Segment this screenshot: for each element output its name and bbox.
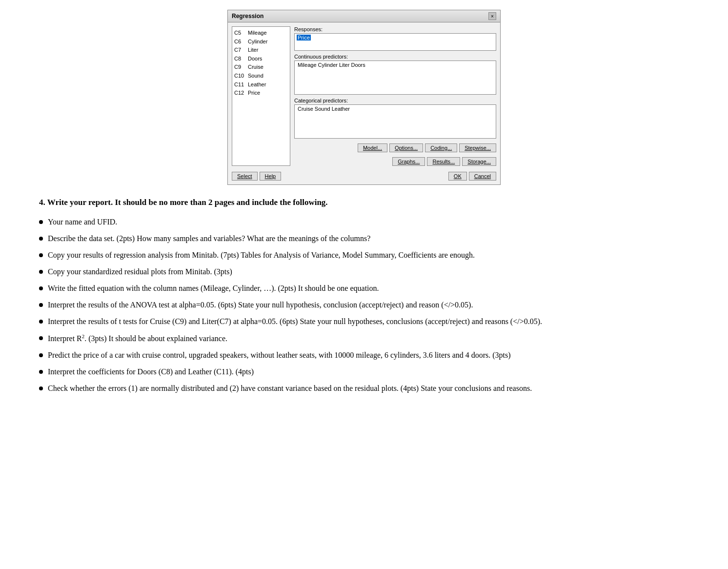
regression-dialog: Regression × C5 Mileage C6 Cylinder C7 L… — [29, 10, 699, 185]
item-text: Interpret the results of t tests for Cru… — [48, 316, 542, 327]
list-item: Interpret R2. (3pts) It should be about … — [39, 332, 689, 345]
bullet-icon — [39, 370, 43, 374]
bullet-icon — [39, 237, 43, 241]
item-text: Copy your standardized residual plots fr… — [48, 266, 232, 278]
continuous-label: Continuous predictors: — [294, 54, 496, 60]
list-item: Interpret the results of the ANOVA test … — [39, 299, 689, 311]
bullet-icon — [39, 286, 43, 290]
list-item: C5 Mileage — [234, 29, 288, 38]
bullet-icon — [39, 253, 43, 257]
list-item: C7 Liter — [234, 46, 288, 55]
cancel-button[interactable]: Cancel — [469, 172, 496, 181]
item-text: Interpret the results of the ANOVA test … — [48, 299, 473, 311]
dialog-footer: Select Help OK Cancel — [228, 170, 500, 184]
requirements-list: Your name and UFID. Describe the data se… — [39, 216, 689, 394]
item-text: Your name and UFID. — [48, 216, 117, 228]
list-item: C6 Cylinder — [234, 38, 288, 46]
dialog-body: C5 Mileage C6 Cylinder C7 Liter C8 Doors… — [228, 22, 500, 170]
item-text: Check whether the errors (1) are normall… — [48, 383, 532, 394]
item-text: Predict the price of a car with cruise c… — [48, 349, 511, 361]
list-item: Predict the price of a car with cruise c… — [39, 349, 689, 361]
list-item: Interpret the results of t tests for Cru… — [39, 316, 689, 327]
results-button[interactable]: Results... — [427, 157, 460, 166]
bullet-icon — [39, 320, 43, 324]
dialog-window: Regression × C5 Mileage C6 Cylinder C7 L… — [227, 10, 501, 185]
graphs-button[interactable]: Graphs... — [392, 157, 425, 166]
ok-button[interactable]: OK — [448, 172, 467, 181]
list-item: Describe the data set. (2pts) How many s… — [39, 233, 689, 244]
list-item: C10 Sound — [234, 72, 288, 81]
model-button[interactable]: Model... — [358, 143, 387, 152]
continuous-field[interactable]: Mileage Cylinder Liter Doors — [294, 61, 496, 95]
item-text: Copy your results of regression analysis… — [48, 249, 475, 261]
list-item: Write the fitted equation with the colum… — [39, 283, 689, 294]
bullet-icon — [39, 303, 43, 307]
list-item: Your name and UFID. — [39, 216, 689, 228]
list-item: C11 Leather — [234, 81, 288, 89]
section-4-header: 4. Write your report. It should be no mo… — [39, 197, 689, 208]
responses-section: Responses: Price — [294, 26, 496, 51]
categorical-section: Categorical predictors: Cruise Sound Lea… — [294, 98, 496, 139]
list-item: Copy your results of regression analysis… — [39, 249, 689, 261]
bullet-icon — [39, 353, 43, 357]
list-item: Check whether the errors (1) are normall… — [39, 383, 689, 394]
main-content: 4. Write your report. It should be no mo… — [29, 197, 699, 394]
categorical-label: Categorical predictors: — [294, 98, 496, 103]
bullet-icon — [39, 220, 43, 224]
list-item: Copy your standardized residual plots fr… — [39, 266, 689, 278]
bullet-icon — [39, 336, 43, 340]
footer-left: Select Help — [232, 172, 281, 181]
variable-list[interactable]: C5 Mileage C6 Cylinder C7 Liter C8 Doors… — [232, 26, 290, 166]
coding-button[interactable]: Coding... — [425, 143, 457, 152]
buttons-row-1: Model... Options... Coding... Stepwise..… — [294, 143, 496, 152]
item-text: Interpret R2. (3pts) It should be about … — [48, 332, 227, 345]
bullet-icon — [39, 270, 43, 274]
item-text: Write the fitted equation with the colum… — [48, 283, 379, 294]
close-button[interactable]: × — [488, 12, 496, 20]
categorical-value: Cruise Sound Leather — [297, 105, 351, 112]
bullet-icon — [39, 386, 43, 390]
list-item: C9 Cruise — [234, 63, 288, 72]
dialog-titlebar: Regression × — [228, 10, 500, 22]
dialog-title: Regression — [232, 13, 263, 20]
list-item: C12 Price — [234, 89, 288, 98]
list-item: Interpret the coefficients for Doors (C8… — [39, 366, 689, 378]
options-button[interactable]: Options... — [389, 143, 423, 152]
responses-value: Price — [297, 35, 311, 41]
item-text: Describe the data set. (2pts) How many s… — [48, 233, 370, 244]
item-text: Interpret the coefficients for Doors (C8… — [48, 366, 254, 378]
responses-label: Responses: — [294, 26, 496, 32]
help-button[interactable]: Help — [260, 172, 282, 181]
storage-button[interactable]: Storage... — [462, 157, 496, 166]
list-item: C8 Doors — [234, 55, 288, 63]
select-button[interactable]: Select — [232, 172, 258, 181]
footer-right: OK Cancel — [448, 172, 496, 181]
dialog-fields: Responses: Price Continuous predictors: … — [294, 26, 496, 166]
continuous-value: Mileage Cylinder Liter Doors — [297, 61, 366, 68]
responses-field[interactable]: Price — [294, 33, 496, 51]
continuous-section: Continuous predictors: Mileage Cylinder … — [294, 54, 496, 95]
stepwise-button[interactable]: Stepwise... — [459, 143, 496, 152]
buttons-row-2: Graphs... Results... Storage... — [294, 157, 496, 166]
categorical-field[interactable]: Cruise Sound Leather — [294, 104, 496, 139]
